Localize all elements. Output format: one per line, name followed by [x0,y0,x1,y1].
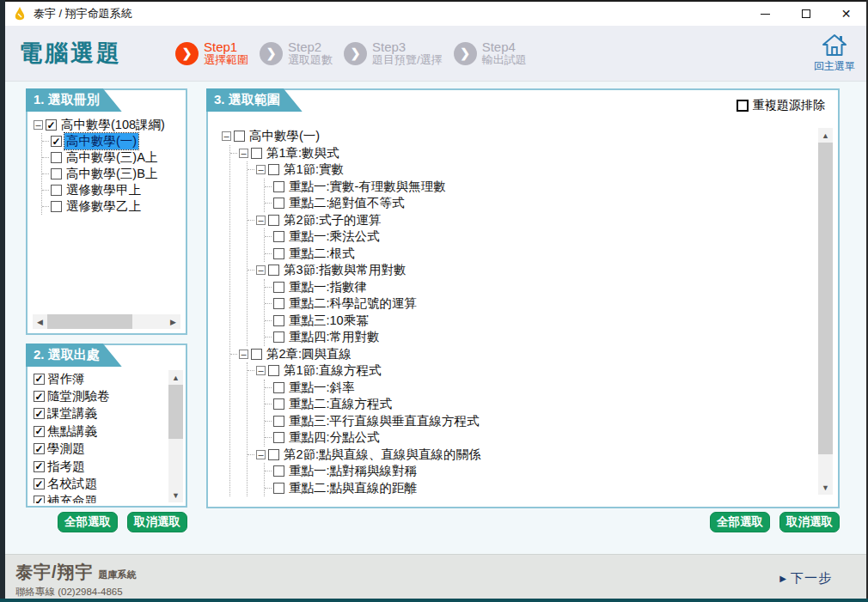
checkbox[interactable] [273,432,284,443]
tree-node-label[interactable]: 高中數學(一) [64,133,138,149]
tree-node-label[interactable]: 第3節:指數與常用對數 [282,262,408,278]
tree-node-label[interactable]: 選修數學甲上 [64,182,143,198]
deselect-button-right[interactable]: 取消選取 [779,512,840,532]
source-item[interactable]: ✓隨堂測驗卷 [34,387,165,404]
tree-node[interactable]: 重點一:指數律 [273,279,812,296]
checkbox[interactable] [273,398,284,410]
scroll-down-arrow-icon[interactable]: ▼ [168,488,183,502]
checkbox[interactable]: ✓ [34,461,45,472]
tree-node[interactable]: 高中數學(三)B上 [51,166,181,182]
tree-node[interactable]: 重點一:點對稱與線對稱 [273,463,812,480]
checkbox[interactable] [268,449,279,460]
source-item[interactable]: ✓焦點講義 [34,423,165,440]
tree-node-label[interactable]: 重點一:斜率 [287,380,357,396]
source-item[interactable]: ✓名校試題 [34,475,165,492]
checkbox[interactable] [268,365,279,376]
checkbox[interactable] [251,349,262,360]
checkbox[interactable] [251,148,262,159]
tree-node[interactable]: 重點一:乘法公式 [273,228,812,246]
tree-node-label[interactable]: 第1節:直線方程式 [282,362,383,379]
dedupe-option[interactable]: 重複題源排除 [737,98,825,113]
collapse-icon[interactable]: – [256,165,266,174]
tree-node[interactable]: –第2節:點與直線、直線與直線的關係 [256,447,812,464]
source-item[interactable]: ✓學測題 [34,441,165,458]
checkbox[interactable]: ✓ [34,391,45,402]
source-list-scrollbar[interactable]: ▲ ▼ [168,370,183,502]
checkbox[interactable] [273,181,284,192]
tree-node[interactable]: 重點二:絕對值不等式 [273,195,812,212]
checkbox[interactable]: ✓ [51,136,62,147]
tree-node-label[interactable]: 重點一:指數律 [287,279,369,295]
tree-node-label[interactable]: 第2節:式子的運算 [282,212,383,228]
tree-node[interactable]: –第3節:指數與常用對數 [256,262,812,279]
checkbox[interactable]: ✓ [34,496,45,503]
tree-node-label[interactable]: 第1節:實數 [282,161,345,178]
tree-node-label[interactable]: 重點三:平行直線與垂直直線方程式 [287,413,481,429]
select-all-button-right[interactable]: 全部選取 [710,512,770,532]
tree-node-label[interactable]: 第1章:數與式 [265,145,341,161]
scrollbar-thumb[interactable] [818,143,833,454]
checkbox[interactable] [273,231,284,242]
checkbox[interactable] [273,248,284,259]
tree-node[interactable]: 高中數學(三)A上 [51,149,181,166]
tree-node-label[interactable]: 第2節:點與直線、直線與直線的關係 [282,447,483,463]
tree-node-label[interactable]: 高中數學(三)B上 [64,166,159,182]
tree-node[interactable]: 重點四:常用對數 [273,329,812,346]
checkbox[interactable]: ✓ [34,374,45,385]
checkbox[interactable] [273,465,284,477]
tree-node[interactable]: 重點二:根式 [273,246,812,263]
scroll-down-arrow-icon[interactable]: ▼ [818,480,833,495]
checkbox[interactable]: ✓ [34,478,45,490]
tree-node[interactable]: 重點四:分點公式 [273,429,812,447]
source-item[interactable]: ✓課堂講義 [34,405,165,423]
checkbox[interactable] [273,382,284,393]
close-button[interactable]: ✕ [826,2,866,26]
tree-node[interactable]: –高中數學(一) [222,128,812,145]
checkbox[interactable] [268,265,279,276]
scrollbar-track[interactable] [168,385,183,488]
volume-tree-horizontal-scrollbar[interactable]: ◀ ▶ [33,314,180,329]
checkbox[interactable] [273,483,284,494]
collapse-icon[interactable]: – [34,120,43,130]
scroll-up-arrow-icon[interactable]: ▲ [818,128,833,143]
maximize-button[interactable] [785,2,826,26]
tree-node[interactable]: 重點三:平行直線與垂直直線方程式 [273,413,812,430]
tree-node[interactable]: 重點二:科學記號的運算 [273,295,812,313]
tree-node[interactable]: 重點二:直線方程式 [273,396,812,413]
tree-node-label[interactable]: 選修數學乙上 [64,198,143,215]
tree-node[interactable]: 重點二:點與直線的距離 [273,480,812,497]
checkbox[interactable] [51,152,62,163]
collapse-icon[interactable]: – [239,350,248,359]
source-item[interactable]: ✓習作簿 [34,370,165,387]
checkbox[interactable] [273,198,284,209]
tree-node-label[interactable]: 高中數學(三)A上 [64,149,159,166]
scrollbar-thumb[interactable] [47,314,132,329]
tree-node-label[interactable]: 重點二:點與直線的距離 [287,480,419,496]
checkbox[interactable]: ✓ [46,119,57,131]
step-3[interactable]: ❯Step3題目預覽/選擇 [344,40,443,67]
step-2[interactable]: ❯Step2選取題數 [260,40,333,67]
tree-node[interactable]: –✓高中數學(108課綱) [34,117,181,133]
checkbox[interactable] [273,315,284,326]
tree-node[interactable]: 重點一:實數-有理數與無理數 [273,179,812,196]
tree-node[interactable]: –第1節:直線方程式 [256,362,812,380]
checkbox[interactable]: ✓ [34,426,45,437]
scrollbar-track[interactable] [47,314,166,329]
dedupe-checkbox[interactable] [737,100,749,112]
collapse-icon[interactable]: – [222,131,231,141]
minimize-button[interactable] [745,2,785,26]
scroll-left-arrow-icon[interactable]: ◀ [33,314,47,329]
tree-node-label[interactable]: 高中數學(108課綱) [59,117,167,133]
step-4[interactable]: ❯Step4輸出試題 [454,40,527,67]
tree-node-label[interactable]: 重點四:分點公式 [287,429,382,446]
tree-node[interactable]: –第1章:數與式 [239,145,812,162]
collapse-icon[interactable]: – [256,265,266,275]
tree-node-label[interactable]: 重點二:科學記號的運算 [287,295,419,312]
checkbox[interactable] [234,131,245,142]
scrollbar-track[interactable] [818,143,833,480]
tree-node-label[interactable]: 重點二:直線方程式 [287,396,394,412]
checkbox[interactable] [268,164,279,175]
range-tree-scrollbar[interactable]: ▲ ▼ [818,128,833,495]
checkbox[interactable] [51,185,62,196]
checkbox[interactable] [273,298,284,309]
